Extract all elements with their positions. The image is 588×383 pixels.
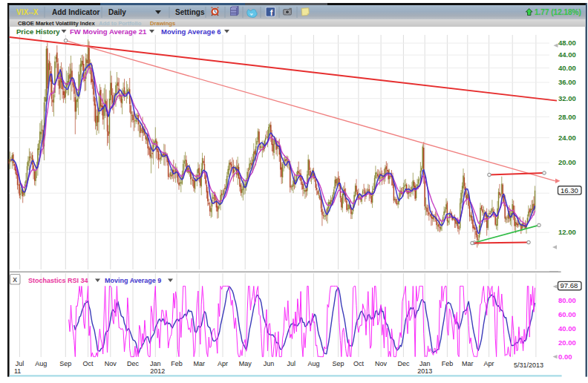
svg-text:Add to Portfolio: Add to Portfolio [99, 20, 142, 27]
svg-text:Dec: Dec [397, 360, 410, 367]
svg-text:Stochastics RSI 34: Stochastics RSI 34 [28, 277, 88, 284]
svg-text:X: X [13, 276, 17, 284]
svg-text:Dec: Dec [127, 360, 140, 367]
svg-text:VIX--X: VIX--X [16, 8, 39, 16]
svg-text:Mar: Mar [194, 360, 206, 367]
svg-text:1.77 (12.18%): 1.77 (12.18%) [535, 8, 581, 16]
svg-text:11: 11 [14, 367, 21, 375]
svg-text:44.00: 44.00 [558, 50, 576, 59]
svg-text:Aug: Aug [307, 360, 319, 367]
svg-text:Aug: Aug [35, 360, 47, 367]
svg-text:CBOE Market Volatility Index: CBOE Market Volatility Index [18, 20, 95, 27]
svg-text:f: f [270, 8, 273, 17]
svg-text:20.00: 20.00 [558, 158, 576, 166]
svg-text:40.00: 40.00 [558, 324, 576, 333]
svg-text:24.00: 24.00 [558, 134, 576, 142]
svg-text:5/31/2013: 5/31/2013 [514, 361, 543, 369]
svg-text:Price History: Price History [16, 27, 60, 36]
svg-text:Add Indicator: Add Indicator [52, 8, 100, 16]
svg-text:48.00: 48.00 [558, 39, 576, 47]
svg-text:2012: 2012 [150, 367, 165, 375]
svg-text:2013: 2013 [417, 367, 432, 375]
svg-text:Jan: Jan [419, 360, 431, 367]
svg-text:May: May [239, 360, 252, 367]
svg-text:Nov: Nov [375, 360, 388, 367]
svg-text:Jun: Jun [264, 360, 275, 367]
svg-text:Sep: Sep [332, 360, 344, 367]
svg-text:60.00: 60.00 [558, 310, 576, 318]
svg-text:FW Moving Average 21: FW Moving Average 21 [70, 27, 147, 36]
svg-text:Moving Average 9: Moving Average 9 [105, 277, 161, 284]
svg-text:Apr: Apr [218, 360, 228, 367]
svg-text:80.00: 80.00 [558, 296, 576, 304]
svg-text:97.68: 97.68 [561, 281, 578, 289]
svg-text:Settings: Settings [175, 8, 205, 16]
svg-text:Jul: Jul [16, 360, 24, 367]
svg-text:Moving Average 6: Moving Average 6 [161, 27, 221, 36]
svg-text:Sep: Sep [59, 360, 71, 367]
svg-text:0.00: 0.00 [558, 353, 572, 361]
svg-text:Oct: Oct [83, 360, 94, 367]
svg-text:40.00: 40.00 [558, 64, 576, 72]
svg-text:Feb: Feb [171, 360, 183, 367]
svg-text:Drawings: Drawings [150, 20, 175, 27]
svg-text:28.00: 28.00 [558, 113, 576, 121]
svg-text:Daily: Daily [108, 8, 126, 16]
svg-text:Nov: Nov [105, 360, 117, 367]
svg-text:Feb: Feb [442, 360, 454, 367]
svg-text:Oct: Oct [353, 360, 365, 367]
svg-text:Jan: Jan [150, 360, 161, 367]
svg-text:36.00: 36.00 [558, 78, 576, 86]
svg-text:20.00: 20.00 [558, 338, 576, 347]
svg-text:Apr: Apr [484, 360, 494, 367]
svg-text:Mar: Mar [462, 360, 474, 367]
svg-text:Jul: Jul [287, 360, 295, 367]
svg-text:12.00: 12.00 [558, 228, 576, 236]
svg-text:32.00: 32.00 [558, 94, 576, 102]
svg-text:16.30: 16.30 [561, 186, 578, 194]
